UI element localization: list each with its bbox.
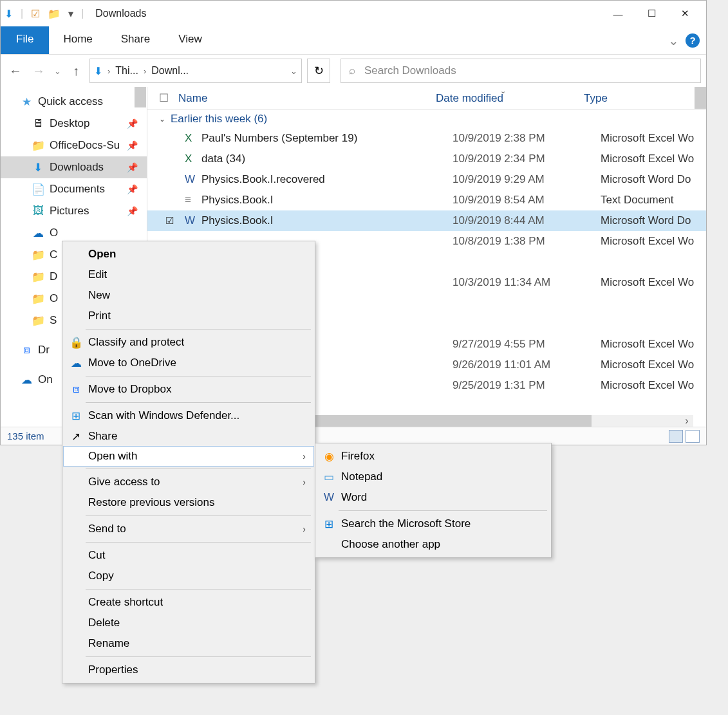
nav-quick-access[interactable]: ★ Quick access (1, 91, 147, 113)
file-name: Physics.Book.I (201, 194, 453, 207)
ctx-scan-defender[interactable]: ⊞Scan with Windows Defender... (64, 405, 313, 426)
ow-word[interactable]: WWord (317, 487, 550, 508)
submenu-arrow-icon: › (303, 451, 306, 461)
nav-item-0[interactable]: 🖥Desktop📌 (1, 113, 147, 135)
search-placeholder: Search Downloads (364, 64, 456, 77)
col-type[interactable]: Type (584, 92, 706, 105)
ctx-share[interactable]: ↗Share (64, 426, 313, 447)
ribbon-view[interactable]: View (164, 26, 216, 54)
forward-button[interactable]: → (29, 58, 48, 84)
up-button[interactable]: ↑ (66, 58, 86, 84)
ctx-new[interactable]: New (64, 285, 313, 306)
ctx-rename[interactable]: Rename (64, 633, 313, 654)
col-name[interactable]: Name (178, 92, 436, 105)
nav-item-2[interactable]: ⬇Downloads📌 (1, 156, 147, 178)
firefox-icon: ◉ (322, 450, 336, 463)
col-date[interactable]: ⌄Date modified (436, 92, 584, 105)
view-large-icons-button[interactable] (686, 430, 700, 443)
search-box[interactable]: ⌕ Search Downloads (341, 59, 701, 83)
file-row[interactable]: ☑WPhysics.Book.I10/9/2019 8:44 AMMicroso… (147, 210, 706, 231)
ow-firefox[interactable]: ◉Firefox (317, 446, 550, 467)
file-type: Microsoft Word Do (601, 214, 706, 227)
ctx-move-onedrive[interactable]: ☁Move to OneDrive (64, 353, 313, 373)
nav-item-label: D (50, 270, 57, 283)
nav-item-label: Documents (50, 183, 105, 196)
ctx-cut[interactable]: Cut (64, 545, 313, 566)
ow-choose[interactable]: Choose another app (317, 534, 550, 555)
qat-folder-icon[interactable]: 📁 (48, 8, 61, 20)
view-details-button[interactable] (669, 430, 683, 443)
share-icon: ↗ (69, 430, 83, 443)
ctx-classify[interactable]: 🔒Classify and protect (64, 332, 313, 353)
status-item-count: 135 item (7, 431, 44, 441)
breadcrumb-sep-icon[interactable]: › (107, 66, 110, 76)
pin-icon: 📌 (127, 140, 142, 151)
close-button[interactable]: ✕ (675, 4, 695, 23)
ctx-create-shortcut[interactable]: Create shortcut (64, 592, 313, 613)
nav-item-1[interactable]: 📁OfficeDocs-Su📌 (1, 135, 147, 156)
qat-properties-icon[interactable]: ☑ (31, 8, 40, 20)
group-collapse-icon[interactable]: ⌄ (159, 115, 165, 124)
ctx-move-dropbox[interactable]: ⧈Move to Dropbox (64, 379, 313, 400)
breadcrumb-sep-icon[interactable]: › (144, 66, 146, 76)
recent-dropdown[interactable]: ⌄ (52, 58, 62, 84)
group-label: Earlier this week (6) (171, 113, 267, 125)
help-icon[interactable]: ? (686, 33, 700, 48)
nav-item-label: OfficeDocs-Su (50, 139, 120, 152)
group-header[interactable]: ⌄ Earlier this week (6) (147, 110, 706, 128)
nav-item-label: Desktop (50, 117, 89, 130)
ctx-open[interactable]: Open (64, 244, 313, 265)
ctx-open-with[interactable]: Open with› (63, 446, 314, 467)
notepad-icon: ▭ (322, 470, 336, 484)
qat-arrow-down-icon[interactable]: ⬇ (5, 8, 13, 20)
breadcrumb-current[interactable]: Downl... (151, 65, 189, 77)
ow-store[interactable]: ⊞Search the Microsoft Store (317, 514, 550, 534)
open-with-submenu: ◉Firefox ▭Notepad WWord ⊞Search the Micr… (315, 443, 552, 558)
window-title: Downloads (95, 8, 146, 19)
refresh-button[interactable]: ↻ (307, 59, 330, 83)
ctx-delete[interactable]: Delete (64, 613, 313, 633)
breadcrumb-root[interactable]: Thi... (115, 65, 138, 77)
file-type: Microsoft Excel Wo (601, 276, 706, 289)
ctx-give-access[interactable]: Give access to› (64, 472, 313, 492)
nav-item-3[interactable]: 📄Documents📌 (1, 178, 147, 200)
file-date: 10/9/2019 8:54 AM (453, 194, 601, 207)
word-icon: W (322, 491, 336, 504)
ribbon-share[interactable]: Share (107, 26, 164, 54)
row-checkbox[interactable]: ☑ (165, 215, 185, 227)
minimize-button[interactable]: — (608, 4, 628, 23)
file-date: 9/27/2019 4:55 PM (453, 338, 601, 351)
file-row[interactable]: ≡Physics.Book.I10/9/2019 8:54 AMText Doc… (147, 190, 706, 210)
nav-item-icon: 📁 (32, 270, 44, 284)
ow-notepad[interactable]: ▭Notepad (317, 467, 550, 487)
ctx-restore-versions[interactable]: Restore previous versions (64, 492, 313, 513)
ctx-copy[interactable]: Copy (64, 566, 313, 586)
nav-label: Dr (38, 344, 50, 357)
search-icon: ⌕ (349, 64, 355, 77)
maximize-button[interactable]: ☐ (642, 4, 661, 23)
breadcrumb-bar[interactable]: ⬇ › Thi... › Downl... ⌄ (89, 59, 302, 83)
file-date: 9/25/2019 1:31 PM (453, 379, 601, 392)
file-row[interactable]: Xdata (34)10/9/2019 2:34 PMMicrosoft Exc… (147, 149, 706, 169)
ctx-edit[interactable]: Edit (64, 265, 313, 285)
nav-scrollbar[interactable] (135, 87, 146, 107)
file-row[interactable]: WPhysics.Book.I.recovered10/9/2019 9:29 … (147, 169, 706, 190)
breadcrumb-dropdown-icon[interactable]: ⌄ (290, 66, 297, 76)
list-scrollbar[interactable] (695, 87, 706, 109)
ribbon-home[interactable]: Home (49, 26, 106, 54)
file-row[interactable]: XPaul's Numbers (September 19)10/9/2019 … (147, 128, 706, 149)
horizontal-scrollbar[interactable]: › (302, 415, 693, 427)
ctx-properties[interactable]: Properties (64, 660, 313, 680)
nav-item-4[interactable]: 🖼Pictures📌 (1, 200, 147, 222)
ctx-send-to[interactable]: Send to› (64, 519, 313, 539)
ribbon-collapse-icon[interactable]: ⌄ (668, 33, 679, 48)
file-date: 9/26/2019 11:01 AM (453, 358, 601, 371)
back-button[interactable]: ← (6, 58, 25, 84)
star-icon: ★ (20, 95, 33, 109)
select-all-checkbox[interactable]: ☐ (159, 91, 178, 105)
qat-dropdown-icon[interactable]: ▾ (68, 8, 73, 20)
ribbon-file[interactable]: File (1, 26, 49, 54)
file-type: Microsoft Word Do (601, 173, 706, 186)
ctx-print[interactable]: Print (64, 306, 313, 326)
file-name: Physics.Book.I.recovered (201, 173, 453, 186)
